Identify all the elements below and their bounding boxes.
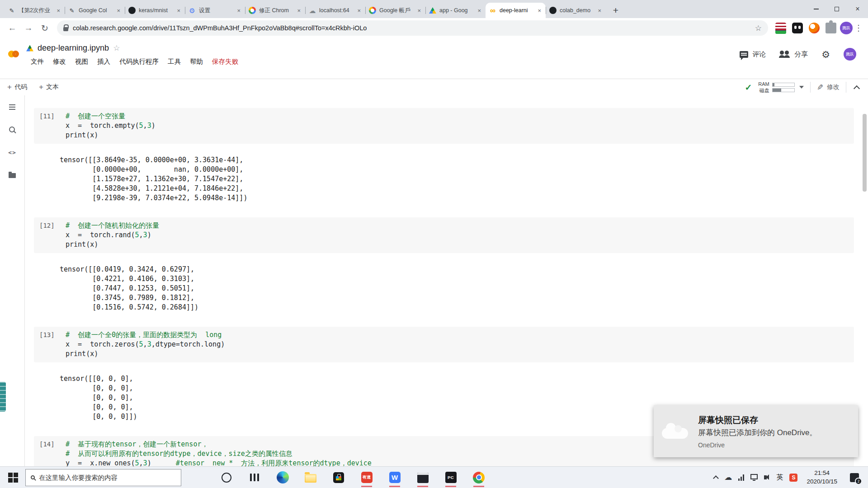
- store-taskbar-button[interactable]: [332, 468, 345, 488]
- code-editor[interactable]: [11]# 创建一个空张量x = torch.empty(5,3)print(x…: [34, 108, 854, 144]
- browser-menu-icon[interactable]: ⋮: [854, 23, 863, 33]
- taskbar-search[interactable]: [25, 469, 181, 486]
- colab-profile-avatar[interactable]: 腾跃: [844, 48, 856, 61]
- tab-close-icon[interactable]: ×: [296, 7, 302, 14]
- table-of-contents-icon[interactable]: [8, 103, 17, 112]
- url-bar[interactable]: colab.research.google.com/drive/11Tszn_d…: [57, 20, 768, 36]
- tab-close-icon[interactable]: ×: [236, 7, 241, 14]
- tab-close-icon[interactable]: ×: [356, 7, 362, 14]
- disk-usage-bar: [772, 88, 795, 92]
- menu-item[interactable]: 修改: [48, 56, 71, 67]
- browser-tab[interactable]: Google 帳戶×: [365, 3, 425, 18]
- minimize-button[interactable]: [806, 0, 826, 18]
- forward-button[interactable]: →: [21, 20, 36, 36]
- files-icon[interactable]: [8, 170, 17, 179]
- ime-indicator[interactable]: 英: [776, 473, 783, 482]
- tab-close-icon[interactable]: ×: [537, 7, 542, 14]
- add-code-button[interactable]: + 代码: [7, 83, 27, 92]
- execution-count[interactable]: [12]: [39, 221, 59, 249]
- code-editor[interactable]: [12]# 创建一个随机初始化的张量x = torch.rand(5,3)pri…: [34, 217, 854, 253]
- settings-gear-icon[interactable]: [821, 50, 830, 59]
- menu-item[interactable]: 代码执行程序: [115, 56, 163, 67]
- tray-expand-icon[interactable]: [713, 475, 719, 481]
- browser-tab[interactable]: keras/mnist×: [125, 3, 185, 18]
- add-text-button[interactable]: + 文本: [39, 83, 59, 92]
- onedrive-toast[interactable]: 屏幕快照已保存 屏幕快照已添加到你的 OneDrive。 OneDrive: [654, 405, 858, 457]
- tab-close-icon[interactable]: ×: [116, 7, 121, 14]
- code-snippets-icon[interactable]: [8, 148, 17, 157]
- chrome-taskbar-button[interactable]: [472, 468, 485, 488]
- star-notebook-icon[interactable]: ☆: [113, 43, 120, 53]
- onedrive-tray-icon[interactable]: [724, 474, 732, 482]
- toast-body: 屏幕快照已添加到你的 OneDrive。: [698, 427, 817, 438]
- network-signal-icon[interactable]: [743, 474, 744, 481]
- tab-close-icon[interactable]: ×: [416, 7, 422, 14]
- translate-extension-icon[interactable]: [775, 23, 786, 33]
- tab-close-icon[interactable]: ×: [597, 7, 602, 14]
- gauge-dropdown-icon[interactable]: [799, 86, 804, 89]
- dark-extension-icon[interactable]: [792, 23, 803, 33]
- profile-avatar[interactable]: 腾跃: [840, 22, 853, 34]
- menu-item[interactable]: 视图: [71, 56, 93, 67]
- tab-close-icon[interactable]: ×: [176, 7, 181, 14]
- reload-button[interactable]: ↻: [37, 20, 52, 36]
- cortana-taskbar-button[interactable]: [220, 468, 233, 488]
- lock-icon[interactable]: [63, 27, 68, 31]
- ethernet-icon[interactable]: [750, 474, 758, 479]
- capture-tool-handle[interactable]: [0, 382, 6, 412]
- kernel-connected-icon: ✓: [745, 82, 752, 93]
- wps-taskbar-button[interactable]: W: [388, 468, 401, 488]
- date: 2020/10/15: [807, 478, 837, 486]
- taskview-taskbar-button[interactable]: [248, 468, 261, 488]
- new-tab-button[interactable]: +: [609, 4, 622, 17]
- proxy-extension-icon[interactable]: [809, 23, 820, 33]
- menu-item[interactable]: 插入: [93, 56, 115, 67]
- tab-close-icon[interactable]: ×: [476, 7, 482, 14]
- edge-taskbar-button[interactable]: [276, 468, 289, 488]
- back-button[interactable]: ←: [5, 20, 20, 36]
- taskbar-clock[interactable]: 21:54 2020/10/15: [807, 469, 837, 485]
- window-controls: ×: [806, 0, 868, 18]
- resource-gauge[interactable]: RAM 磁盘: [758, 81, 803, 94]
- browser-tab[interactable]: 设置×: [185, 3, 245, 18]
- maximize-button[interactable]: [826, 0, 847, 18]
- terminal-taskbar-button[interactable]: [416, 468, 429, 488]
- youdao-taskbar-button[interactable]: 有道: [360, 468, 373, 488]
- browser-tab[interactable]: colab_demo×: [546, 3, 606, 18]
- tab-close-icon[interactable]: ×: [56, 7, 61, 14]
- execution-count[interactable]: [13]: [39, 330, 59, 359]
- pycharm-taskbar-button[interactable]: PC: [444, 468, 457, 488]
- ram-usage-bar: [772, 83, 795, 87]
- close-window-button[interactable]: ×: [847, 0, 868, 18]
- find-replace-icon[interactable]: [8, 125, 17, 134]
- url-text[interactable]: colab.research.google.com/drive/11Tszn_d…: [73, 24, 750, 32]
- browser-tab[interactable]: localhost:64×: [305, 3, 365, 18]
- explorer-taskbar-button[interactable]: [304, 468, 317, 488]
- share-button[interactable]: 分享: [779, 50, 808, 59]
- browser-tab[interactable]: 修正 Chrom×: [245, 3, 305, 18]
- search-input[interactable]: [39, 474, 176, 481]
- menu-item[interactable]: 工具: [163, 56, 185, 67]
- extensions-puzzle-icon[interactable]: [826, 23, 836, 33]
- menu-item[interactable]: 文件: [26, 56, 48, 67]
- action-center-button[interactable]: 2: [848, 471, 861, 484]
- sogou-input-icon[interactable]: S: [789, 474, 797, 482]
- browser-tab[interactable]: app - Goog×: [425, 3, 486, 18]
- bookmark-star-icon[interactable]: ☆: [755, 23, 762, 33]
- notebook-scrollbar[interactable]: [863, 114, 867, 192]
- comment-button[interactable]: 评论: [740, 50, 766, 59]
- volume-icon[interactable]: [764, 475, 767, 479]
- notebook-title[interactable]: deep-learning.ipynb: [38, 43, 109, 53]
- browser-tab[interactable]: Google Col×: [65, 3, 125, 18]
- start-button[interactable]: [8, 473, 18, 483]
- execution-count[interactable]: [11]: [39, 112, 59, 140]
- menu-item[interactable]: 帮助: [185, 56, 208, 67]
- edit-mode-button[interactable]: 修改: [817, 83, 840, 92]
- browser-tab[interactable]: deep-learni×: [486, 3, 546, 18]
- collapse-toolbar-icon[interactable]: [854, 85, 860, 91]
- browser-tab[interactable]: 【第2次作业×: [5, 3, 65, 18]
- code-editor[interactable]: [13]# 创建一个全0的张量，里面的数据类型为 longx = torch.z…: [34, 327, 854, 362]
- execution-count[interactable]: [14]: [39, 440, 59, 466]
- save-status[interactable]: 保存失败: [208, 56, 243, 67]
- colab-logo[interactable]: [8, 46, 19, 61]
